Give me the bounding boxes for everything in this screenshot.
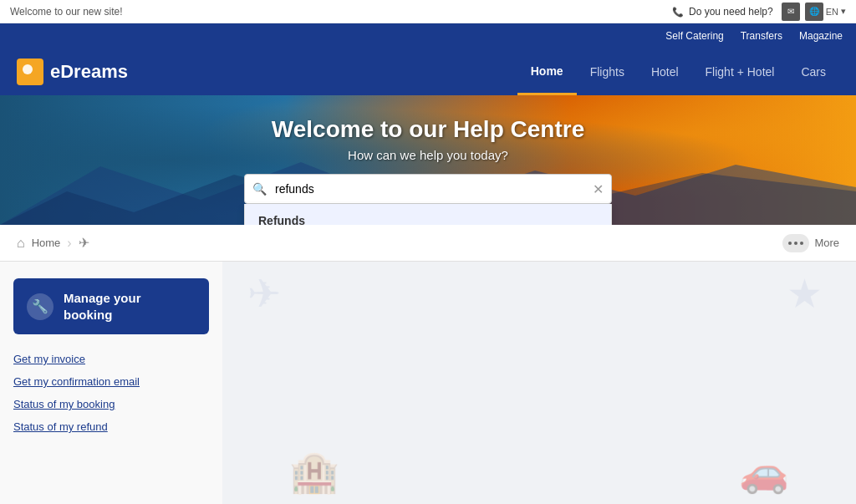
svg-point-0 <box>23 64 33 74</box>
main-nav: Home Flights Hotel Flight + Hotel Cars <box>517 48 839 95</box>
breadcrumb-flight[interactable]: ✈ <box>79 235 89 251</box>
nav-flights[interactable]: Flights <box>577 48 638 95</box>
breadcrumb-home[interactable]: ⌂ Home <box>17 236 60 251</box>
breadcrumb-nav: ⌂ Home › ✈ More <box>0 225 856 262</box>
manage-booking-text: Manage your booking <box>64 290 141 323</box>
home-breadcrumb-icon: ⌂ <box>17 236 25 251</box>
more-dots-icon <box>782 234 809 252</box>
welcome-text: Welcome to our new site! <box>10 6 123 18</box>
sidebar-links: Get my invoice Get my confirmation email… <box>13 348 209 438</box>
phone-icon <box>672 6 684 18</box>
svg-rect-1 <box>31 73 38 79</box>
search-left-icon: 🔍 <box>252 182 267 196</box>
flight-breadcrumb-icon: ✈ <box>79 235 89 251</box>
dropdown-item-refunds[interactable]: Refunds <box>245 204 611 225</box>
top-bar-right: Do you need help? ✉ 🌐 EN ▾ <box>672 3 846 21</box>
top-bar: Welcome to our new site! Do you need hel… <box>0 0 856 23</box>
top-bar-icons: ✉ 🌐 EN ▾ <box>782 3 846 21</box>
nav-home[interactable]: Home <box>517 48 577 95</box>
search-wrapper: 🔍 ✕ Refunds Cancel my flight Duplicate r… <box>244 174 612 204</box>
nav-hotel[interactable]: Hotel <box>638 48 692 95</box>
secondary-nav-self-catering[interactable]: Self Catering <box>665 30 723 42</box>
search-clear-icon[interactable]: ✕ <box>593 181 604 197</box>
lang-flag-icon: 🌐 <box>805 3 823 21</box>
bg-plane-icon: ✈ <box>247 270 281 317</box>
main-content: ✈ ★ 🏨 🚗 <box>222 262 856 504</box>
bg-icons: ✈ ★ 🏨 🚗 <box>222 262 856 504</box>
hero-section: Welcome to our Help Centre How can we he… <box>0 95 856 225</box>
manage-booking-icon: 🔧 <box>27 293 54 320</box>
secondary-nav: Self Catering Transfers Magazine <box>0 23 856 48</box>
sidebar-link-status-refund[interactable]: Status of my refund <box>13 415 209 438</box>
sidebar-link-invoice[interactable]: Get my invoice <box>13 348 209 370</box>
hero-subtitle: How can we help you today? <box>348 148 508 162</box>
breadcrumb-more-label: More <box>814 237 839 249</box>
logo-icon <box>17 59 43 85</box>
bg-star-icon: ★ <box>787 270 823 317</box>
breadcrumb-more[interactable]: More <box>782 234 839 252</box>
lang-chevron-icon: ▾ <box>841 6 846 17</box>
dot2 <box>794 242 797 245</box>
dot1 <box>788 242 792 245</box>
nav-flight-hotel[interactable]: Flight + Hotel <box>692 48 788 95</box>
dot3 <box>800 242 803 245</box>
breadcrumb-separator: › <box>67 236 71 251</box>
secondary-nav-transfers[interactable]: Transfers <box>741 30 782 42</box>
search-container: 🔍 ✕ Refunds Cancel my flight Duplicate r… <box>244 174 612 204</box>
help-text: Do you need help? <box>672 6 773 18</box>
sidebar-link-status-booking[interactable]: Status of my booking <box>13 393 209 415</box>
search-dropdown: Refunds Cancel my flight Duplicate reser… <box>244 204 612 225</box>
sidebar-link-confirmation[interactable]: Get my confirmation email <box>13 370 209 393</box>
bg-car-icon: 🚗 <box>739 449 789 496</box>
search-input[interactable] <box>244 174 612 204</box>
hero-title: Welcome to our Help Centre <box>272 116 584 143</box>
manage-booking-button[interactable]: 🔧 Manage your booking <box>13 278 209 334</box>
secondary-nav-magazine[interactable]: Magazine <box>799 30 843 42</box>
nav-cars[interactable]: Cars <box>787 48 839 95</box>
logo[interactable]: eDreams <box>17 59 128 85</box>
lang-dropdown[interactable]: 🌐 EN ▾ <box>805 3 846 21</box>
sidebar: 🔧 Manage your booking Get my invoice Get… <box>0 262 222 504</box>
bg-hotel-icon: 🏨 <box>289 449 339 496</box>
lang-code: EN <box>826 7 838 17</box>
main-header: eDreams Home Flights Hotel Flight + Hote… <box>0 48 856 95</box>
content-area: 🔧 Manage your booking Get my invoice Get… <box>0 262 856 504</box>
logo-text: eDreams <box>50 61 128 83</box>
breadcrumb-home-label: Home <box>32 237 61 249</box>
email-icon-btn[interactable]: ✉ <box>782 3 800 21</box>
